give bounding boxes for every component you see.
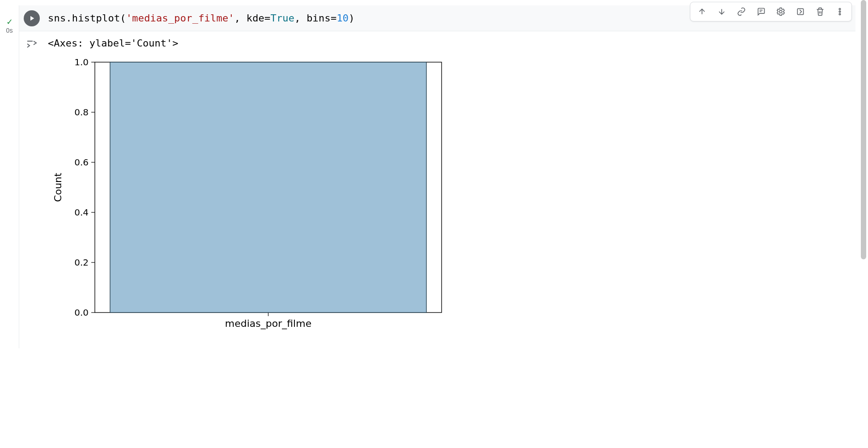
code-token: 10 (336, 13, 349, 24)
svg-rect-0 (797, 8, 803, 14)
trash-icon (816, 7, 825, 16)
move-up-button[interactable] (694, 5, 710, 18)
output-area: <Axes: ylabel='Count'> 0.00.20.40.60.81.… (19, 31, 855, 348)
cell-gutter: ✓ 0s (0, 5, 19, 348)
link-icon (736, 7, 746, 16)
output-icon (26, 38, 38, 49)
svg-text:1.0: 1.0 (74, 57, 89, 68)
comment-icon (757, 7, 766, 16)
arrow-down-icon (717, 7, 726, 16)
code-token: 'medias_por_filme' (126, 13, 234, 24)
code-token: , bins= (294, 13, 336, 24)
mirror-button[interactable] (792, 5, 808, 18)
more-button[interactable] (832, 5, 848, 18)
notebook-cell: ✓ 0s (0, 5, 855, 348)
vertical-scrollbar[interactable] (861, 0, 867, 448)
cell-toolbar (690, 2, 852, 21)
output-content: <Axes: ylabel='Count'> 0.00.20.40.60.81.… (48, 38, 451, 339)
output-toggle[interactable] (24, 38, 40, 339)
svg-text:0.0: 0.0 (74, 307, 89, 318)
output-repr: <Axes: ylabel='Count'> (48, 38, 451, 49)
svg-text:0.6: 0.6 (74, 157, 89, 168)
execution-timing: 0s (6, 27, 13, 34)
svg-rect-18 (110, 62, 426, 313)
code-text[interactable]: sns.histplot('medias_por_filme', kde=Tru… (48, 13, 355, 24)
svg-text:0.8: 0.8 (74, 107, 89, 118)
code-token: ) (349, 13, 354, 24)
run-button[interactable] (24, 10, 40, 26)
mirror-icon (796, 7, 805, 16)
code-token: , kde= (234, 13, 271, 24)
svg-text:medias_por_filme: medias_por_filme (225, 318, 311, 330)
link-button[interactable] (733, 5, 749, 18)
histplot-figure: 0.00.20.40.60.81.0medias_por_filmeCount (48, 53, 451, 339)
scrollbar-thumb[interactable] (861, 0, 866, 259)
svg-text:Count: Count (52, 173, 64, 202)
svg-text:0.4: 0.4 (74, 207, 89, 218)
comment-button[interactable] (753, 5, 769, 18)
move-down-button[interactable] (714, 5, 730, 18)
delete-button[interactable] (812, 5, 828, 18)
play-icon (28, 14, 36, 22)
svg-point-2 (839, 11, 840, 12)
cell-body: sns.histplot('medias_por_filme', kde=Tru… (19, 5, 855, 348)
arrow-up-icon (698, 7, 706, 16)
gear-icon (776, 7, 785, 16)
svg-point-3 (839, 13, 840, 15)
code-token: True (270, 13, 294, 24)
chart-svg: 0.00.20.40.60.81.0medias_por_filmeCount (48, 53, 451, 339)
settings-button[interactable] (773, 5, 789, 18)
svg-text:0.2: 0.2 (74, 257, 89, 268)
check-icon: ✓ (6, 18, 13, 26)
code-token: sns.histplot( (48, 13, 126, 24)
more-vert-icon (835, 7, 844, 16)
svg-point-1 (839, 8, 840, 10)
